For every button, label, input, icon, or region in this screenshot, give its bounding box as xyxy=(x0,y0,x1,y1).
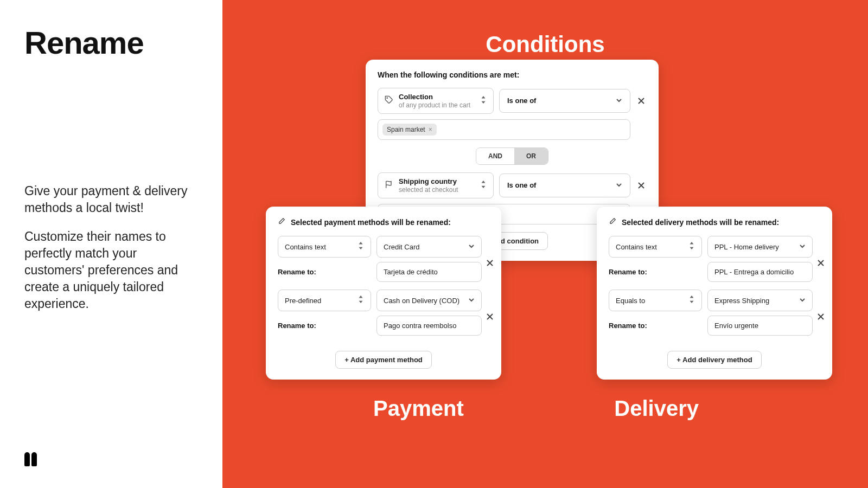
pencil-icon xyxy=(609,217,616,227)
method-value-text: Express Shipping xyxy=(714,297,769,305)
condition-subtitle: of any product in the cart xyxy=(399,101,470,109)
match-type-text: Pre-defined xyxy=(285,297,321,305)
rename-input[interactable] xyxy=(707,262,813,282)
rename-input[interactable] xyxy=(376,262,482,282)
match-type-select[interactable]: Contains text xyxy=(278,236,371,258)
add-payment-method-button[interactable]: + Add payment method xyxy=(335,351,432,369)
condition-title: Shipping country xyxy=(399,177,458,186)
page-description: Give your payment & delivery methods a l… xyxy=(24,183,198,324)
remove-method-button[interactable] xyxy=(817,311,825,322)
tag: Spain market × xyxy=(382,124,437,136)
method-value-select[interactable]: Cash on Delivery (COD) xyxy=(376,290,482,311)
chevron-down-icon xyxy=(468,296,475,305)
remove-method-button[interactable] xyxy=(817,258,825,268)
add-delivery-method-button[interactable]: + Add delivery method xyxy=(667,351,761,369)
match-type-text: Equals to xyxy=(616,297,645,305)
operator-select[interactable]: Is one of xyxy=(499,174,630,197)
updown-icon xyxy=(688,296,695,305)
conditions-section-title: Conditions xyxy=(486,31,604,57)
chevron-down-icon xyxy=(616,96,622,106)
rename-label: Rename to: xyxy=(278,268,371,276)
condition-subtitle: selected at checkout xyxy=(399,186,458,194)
operator-select[interactable]: Is one of xyxy=(499,89,630,113)
rename-input[interactable] xyxy=(376,316,482,336)
flag-icon xyxy=(385,180,393,191)
method-value-select[interactable]: Express Shipping xyxy=(707,290,813,311)
match-type-text: Contains text xyxy=(285,243,326,251)
updown-icon xyxy=(688,242,695,252)
tag-remove-icon[interactable]: × xyxy=(429,126,432,133)
tag-label: Spain market xyxy=(387,126,425,133)
condition-type-select[interactable]: Collection of any product in the cart xyxy=(378,88,494,114)
brand-logo xyxy=(24,452,39,466)
delivery-section-title: Delivery xyxy=(614,396,699,421)
rename-label: Rename to: xyxy=(278,322,371,330)
payment-card: Selected payment methods will be renamed… xyxy=(266,207,501,380)
logic-or-button[interactable]: OR xyxy=(514,148,548,164)
svg-point-0 xyxy=(387,98,387,98)
updown-icon xyxy=(480,96,487,106)
method-value-select[interactable]: PPL - Home delivery xyxy=(707,236,813,258)
logic-toggle: AND OR xyxy=(378,147,647,165)
match-type-select[interactable]: Contains text xyxy=(609,236,702,258)
description-p2: Customize their names to perfectly match… xyxy=(24,228,198,312)
condition-row: Shipping country selected at checkout Is… xyxy=(378,172,647,198)
match-type-text: Contains text xyxy=(616,243,657,251)
remove-condition-button[interactable] xyxy=(636,95,647,106)
remove-condition-button[interactable] xyxy=(636,180,647,191)
remove-method-button[interactable] xyxy=(486,258,494,268)
match-type-select[interactable]: Pre-defined xyxy=(278,290,371,311)
right-panel: Conditions When the following conditions… xyxy=(222,0,868,488)
tag-icon xyxy=(385,95,393,106)
delivery-card: Selected delivery methods will be rename… xyxy=(597,207,832,380)
operator-text: Is one of xyxy=(507,97,536,105)
page-title: Rename xyxy=(24,24,198,61)
delivery-header: Selected delivery methods will be rename… xyxy=(622,218,779,227)
condition-title: Collection xyxy=(399,93,470,101)
updown-icon xyxy=(480,181,487,190)
chevron-down-icon xyxy=(468,242,475,252)
remove-method-button[interactable] xyxy=(486,311,494,322)
pencil-icon xyxy=(278,217,285,227)
rename-label: Rename to: xyxy=(609,268,702,276)
method-value-text: Cash on Delivery (COD) xyxy=(384,297,459,305)
chevron-down-icon xyxy=(799,242,806,252)
description-p1: Give your payment & delivery methods a l… xyxy=(24,183,198,216)
operator-text: Is one of xyxy=(507,181,536,189)
chevron-down-icon xyxy=(799,296,806,305)
rename-input[interactable] xyxy=(707,316,813,336)
condition-tags-input[interactable]: Spain market × xyxy=(378,119,630,140)
condition-row: Collection of any product in the cart Is… xyxy=(378,88,647,114)
payment-section-title: Payment xyxy=(373,396,464,421)
method-value-text: Credit Card xyxy=(384,243,419,251)
logic-and-button[interactable]: AND xyxy=(476,148,514,164)
updown-icon xyxy=(358,242,364,252)
conditions-header: When the following conditions are met: xyxy=(378,70,519,79)
payment-header: Selected payment methods will be renamed… xyxy=(291,218,451,227)
condition-type-select[interactable]: Shipping country selected at checkout xyxy=(378,172,494,198)
chevron-down-icon xyxy=(616,181,622,190)
rename-label: Rename to: xyxy=(609,322,702,330)
method-value-select[interactable]: Credit Card xyxy=(376,236,482,258)
updown-icon xyxy=(358,296,364,305)
left-panel: Rename Give your payment & delivery meth… xyxy=(0,0,222,488)
match-type-select[interactable]: Equals to xyxy=(609,290,702,311)
method-value-text: PPL - Home delivery xyxy=(714,243,779,251)
